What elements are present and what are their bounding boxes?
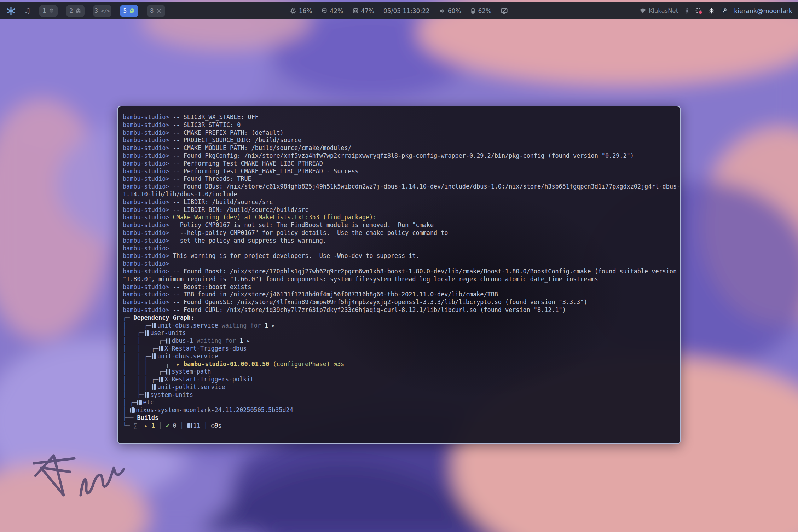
disk-icon xyxy=(352,8,358,14)
terminal-line: bambu-studio> -- Found PkgConfig: /nix/s… xyxy=(123,152,677,160)
idle-inhibitor-icon[interactable] xyxy=(501,8,508,14)
terminal-line: bambu-studio> -- Found Boost: /nix/store… xyxy=(123,268,677,276)
cpu-icon xyxy=(290,8,296,14)
clock-value: 05/05 11:30:22 xyxy=(383,7,430,15)
workspace-list: 1 2 3</>5 8 xyxy=(39,5,165,17)
pause-icon xyxy=(187,423,192,428)
terminal-line: ├── Builds xyxy=(123,414,677,422)
pause-icon xyxy=(159,377,163,382)
workspace-pill-2[interactable]: 2 xyxy=(66,5,85,17)
terminal-line: bambu-studio> CMake Warning (dev) at CMa… xyxy=(123,214,677,221)
workspace-pill-1[interactable]: 1 xyxy=(39,5,58,17)
nixos-logo-icon[interactable] xyxy=(6,6,16,16)
terminal-line: ┌─ Dependency Graph: xyxy=(123,314,677,322)
pause-icon xyxy=(166,369,170,375)
terminal-line: │ │ ┌─dbus-1 waiting for 1 ▸ xyxy=(123,337,677,345)
pinwheel-icon xyxy=(156,8,162,13)
terminal-line: bambu-studio> -- Boost::boost exists xyxy=(123,283,677,291)
pause-icon xyxy=(152,384,156,390)
memory-icon xyxy=(321,8,327,14)
battery-module[interactable]: 62% xyxy=(470,7,492,15)
memory-value: 42% xyxy=(330,7,343,15)
pause-icon xyxy=(159,346,163,351)
network-module[interactable]: KlukasNet xyxy=(640,7,678,14)
pause-icon xyxy=(145,330,149,336)
terminal-output: bambu-studio> -- SLIC3R_WX_STABLE: OFFba… xyxy=(118,106,680,437)
terminal-line: │ │ │ ┌─X-Restart-Triggers-polkit xyxy=(123,376,677,383)
terminal-line: bambu-studio> Policy CMP0167 is not set:… xyxy=(123,221,677,229)
pause-icon xyxy=(152,323,156,328)
terminal-line: bambu-studio> -- PROJECT_SOURCE_DIR: /bu… xyxy=(123,137,677,144)
terminal-line: │ │ ├─unit-polkit.service xyxy=(123,383,677,391)
code-icon: </> xyxy=(101,8,110,14)
terminal-line: bambu-studio> -- Found CURL: /nix/store/… xyxy=(123,306,677,314)
terminal-line: bambu-studio> --help-policy CMP0167" for… xyxy=(123,229,677,237)
speaker-icon xyxy=(439,8,445,14)
terminal-line: │ │ ┌─X-Restart-Triggers-dbus xyxy=(123,345,677,353)
terminal-line: │ ┌─user-units xyxy=(123,329,677,337)
starburst-icon[interactable] xyxy=(709,8,715,14)
terminal-line: bambu-studio> -- CMAKE_PREFIX_PATH: (def… xyxy=(123,129,677,137)
terminal-line: bambu-studio> -- Found DBus: /nix/store/… xyxy=(123,183,677,191)
workspace-pill-5[interactable]: 5 xyxy=(120,5,138,17)
workspace-number: 8 xyxy=(150,7,154,14)
ghost-icon xyxy=(129,8,135,13)
terminal-window[interactable]: bambu-studio> -- SLIC3R_WX_STABLE: OFFba… xyxy=(117,106,681,444)
workspace-pill-8[interactable]: 8 xyxy=(147,5,165,17)
terminal-line: 1.14.10-lib/lib/dbus-1.0/include xyxy=(123,191,677,198)
terminal-line: "1.80.0", minimum required is "1.66.0") … xyxy=(123,276,677,283)
volume-module[interactable]: 60% xyxy=(439,7,461,15)
terminal-line: bambu-studio> xyxy=(123,245,677,253)
terminal-line: │ ┌─unit-dbus.service waiting for 1 ▸ xyxy=(123,322,677,330)
steam-icon[interactable] xyxy=(721,7,728,14)
terminal-line: │ ├─system-units xyxy=(123,391,677,399)
terminal-line: bambu-studio> -- TBB found in /nix/store… xyxy=(123,291,677,299)
terminal-line: bambu-studio> -- Performing Test CMAKE_H… xyxy=(123,168,677,175)
activity-spinner-icon[interactable] xyxy=(695,7,702,14)
workspace-number: 1 xyxy=(42,7,46,14)
terminal-line: │ ┌─etc xyxy=(123,399,677,406)
network-name: KlukasNet xyxy=(649,7,678,14)
music-player-icon[interactable]: ♫ xyxy=(24,7,31,15)
terminal-line: bambu-studio> -- SLIC3R_WX_STABLE: OFF xyxy=(123,114,677,121)
terminal-line: │ nixos-system-moonlark-24.11.20250505.5… xyxy=(123,406,677,414)
disk-value: 47% xyxy=(361,7,374,15)
wifi-icon xyxy=(640,8,646,13)
user-host-label: kierank@moonlark xyxy=(734,7,792,15)
bar-center-section: 16% 42% 47% xyxy=(290,7,508,15)
battery-icon xyxy=(470,7,476,14)
battery-value: 62% xyxy=(478,7,492,15)
terminal-line: bambu-studio> -- SLIC3R_STATIC: 0 xyxy=(123,121,677,129)
workspace-number: 3 xyxy=(94,7,98,14)
pause-icon xyxy=(137,400,142,405)
bar-right-section: KlukasNet xyxy=(640,7,798,15)
terminal-line: bambu-studio> -- Found OpenSSL: /nix/sto… xyxy=(123,299,677,306)
desktop: ♫ 1 2 3</>5 8 xyxy=(0,0,798,532)
pause-icon xyxy=(152,353,156,359)
cpu-value: 16% xyxy=(299,7,312,15)
orb-icon xyxy=(49,8,54,13)
pause-icon xyxy=(145,392,149,398)
terminal-line: bambu-studio> -- CMAKE_MODULE_PATH: /bui… xyxy=(123,144,677,152)
terminal-line: bambu-studio> -- Found Threads: TRUE xyxy=(123,175,677,183)
terminal-line: └─ ∑ ▸ 1 │ ✔ 0 │ 11 │ ◷9s xyxy=(123,422,677,430)
terminal-line: bambu-studio> xyxy=(123,260,677,268)
volume-value: 60% xyxy=(448,7,461,15)
disk-module[interactable]: 47% xyxy=(352,7,374,15)
terminal-line: bambu-studio> -- LIBDIR: /build/source/s… xyxy=(123,198,677,206)
workspace-pill-3[interactable]: 3</> xyxy=(93,5,111,17)
bluetooth-icon[interactable] xyxy=(684,8,689,14)
terminal-line: │ │ ┌─unit-dbus.service xyxy=(123,353,677,360)
terminal-line: bambu-studio> -- Performing Test CMAKE_H… xyxy=(123,160,677,168)
ghost-icon xyxy=(76,8,81,13)
memory-module[interactable]: 42% xyxy=(321,7,343,15)
workspace-number: 2 xyxy=(69,7,73,14)
terminal-line: │ │ │ ┌─ ▸ bambu-studio-01.00.01.50 (con… xyxy=(123,360,677,368)
cpu-module[interactable]: 16% xyxy=(290,7,312,15)
status-bar: ♫ 1 2 3</>5 8 xyxy=(0,2,798,19)
clock-module: 05/05 11:30:22 xyxy=(383,7,430,15)
bar-left-section: ♫ 1 2 3</>5 8 xyxy=(0,5,165,17)
pause-icon xyxy=(130,407,135,413)
terminal-line: bambu-studio> This warning is for projec… xyxy=(123,252,677,260)
terminal-line: bambu-studio> -- LIBDIR_BIN: /build/sour… xyxy=(123,206,677,214)
